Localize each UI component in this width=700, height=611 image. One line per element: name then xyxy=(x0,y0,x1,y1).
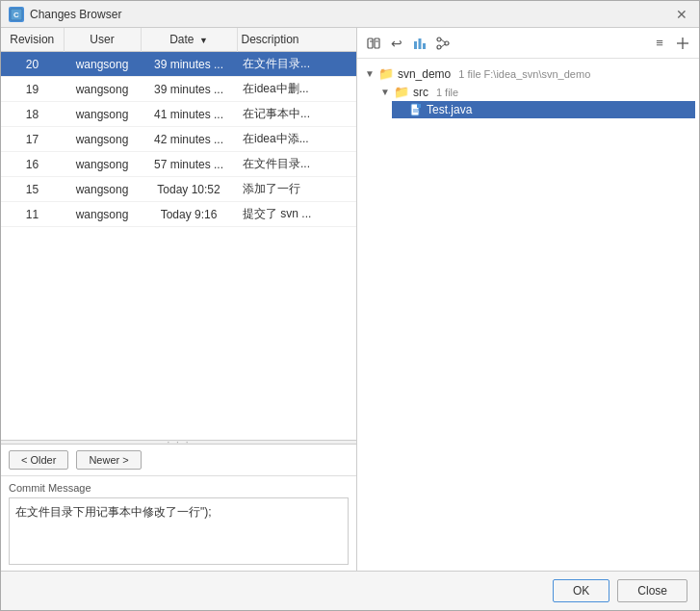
cell-user: wangsong xyxy=(64,77,141,102)
tree-root-node[interactable]: ▼ 📁 svn_demo 1 file F:\idea_svn\svn_demo xyxy=(361,64,695,83)
chart-icon xyxy=(413,37,427,50)
file-tree-area[interactable]: ▼ 📁 svn_demo 1 file F:\idea_svn\svn_demo… xyxy=(357,59,699,571)
chevron-down-icon: ▼ xyxy=(365,68,375,79)
sort-icon: ≡ xyxy=(656,36,663,50)
tree-root-label: svn_demo xyxy=(398,67,451,81)
cell-revision: 15 xyxy=(1,177,64,202)
sort-arrow: ▼ xyxy=(199,36,208,45)
table-row[interactable]: 16wangsong57 minutes ...在文件目录... xyxy=(1,152,356,177)
table-row[interactable]: 18wangsong41 minutes ...在记事本中... xyxy=(1,102,356,127)
cell-description: 提交了 svn ... xyxy=(237,202,356,227)
col-header-description[interactable]: Description xyxy=(237,28,356,52)
cell-date: 39 minutes ... xyxy=(141,77,237,102)
expand-icon xyxy=(676,37,689,50)
merge-icon xyxy=(436,37,450,50)
svg-rect-3 xyxy=(375,38,379,48)
cell-description: 在记事本中... xyxy=(237,102,356,127)
svg-line-13 xyxy=(441,44,445,47)
window-close-button[interactable]: ✕ xyxy=(672,5,691,24)
older-button[interactable]: < Older xyxy=(9,450,68,470)
cell-user: wangsong xyxy=(64,127,141,152)
cell-revision: 11 xyxy=(1,202,64,227)
revisions-table-wrapper[interactable]: Revision User Date ▼ Description 20wangs… xyxy=(1,28,356,440)
bottom-bar: OK Close xyxy=(1,571,699,610)
commit-message-label: Commit Message xyxy=(9,482,349,494)
tree-src-meta: 1 file xyxy=(436,87,458,98)
table-row[interactable]: 17wangsong42 minutes ...在idea中添... xyxy=(1,127,356,152)
col-header-date[interactable]: Date ▼ xyxy=(141,28,237,52)
cell-user: wangsong xyxy=(64,102,141,127)
svg-point-11 xyxy=(445,41,449,45)
left-panel: Revision User Date ▼ Description 20wangs… xyxy=(1,28,357,571)
left-bottom: · · · < Older Newer > Commit Message xyxy=(1,440,356,571)
commit-message-text[interactable] xyxy=(9,497,349,565)
svg-rect-2 xyxy=(368,38,373,48)
newer-button[interactable]: Newer > xyxy=(76,450,141,470)
svg-rect-17 xyxy=(417,104,421,108)
cell-date: Today 9:16 xyxy=(141,202,237,227)
cell-description: 在idea中删... xyxy=(237,77,356,102)
revert-icon: ↩ xyxy=(391,36,402,51)
svg-point-9 xyxy=(437,38,441,41)
title-bar-left: C Changes Browser xyxy=(9,7,121,22)
close-dialog-button[interactable]: Close xyxy=(617,579,687,602)
svg-rect-7 xyxy=(419,38,422,49)
cell-revision: 19 xyxy=(1,77,64,102)
tree-root-meta: 1 file F:\idea_svn\svn_demo xyxy=(458,68,590,80)
content-area: Revision User Date ▼ Description 20wangs… xyxy=(1,28,699,571)
toolbar-expand-button[interactable] xyxy=(672,33,693,54)
toolbar-diff-button[interactable] xyxy=(363,33,384,54)
cell-date: 42 minutes ... xyxy=(141,127,237,152)
changes-browser-window: C Changes Browser ✕ Revision User Date ▼… xyxy=(0,0,700,611)
svg-point-10 xyxy=(437,45,441,49)
table-row[interactable]: 19wangsong39 minutes ...在idea中删... xyxy=(1,77,356,102)
toolbar-revert-button[interactable]: ↩ xyxy=(386,33,407,54)
ok-button[interactable]: OK xyxy=(553,579,609,602)
commit-section: Commit Message xyxy=(1,476,356,571)
cell-description: 在文件目录... xyxy=(237,52,356,77)
toolbar-chart-button[interactable] xyxy=(409,33,430,54)
cell-user: wangsong xyxy=(64,152,141,177)
table-row[interactable]: 11wangsongToday 9:16提交了 svn ... xyxy=(1,202,356,227)
cell-user: wangsong xyxy=(64,52,141,77)
right-panel: ↩ xyxy=(357,28,699,571)
folder-icon: 📁 xyxy=(378,66,394,81)
col-header-revision[interactable]: Revision xyxy=(1,28,64,52)
toolbar-merge-button[interactable] xyxy=(432,33,454,54)
java-file-icon xyxy=(409,103,423,116)
cell-revision: 20 xyxy=(1,52,64,77)
src-folder-icon: 📁 xyxy=(394,85,409,99)
right-toolbar: ↩ xyxy=(357,28,699,59)
tree-src-node[interactable]: ▼ 📁 src 1 file xyxy=(376,83,695,101)
table-row[interactable]: 20wangsong39 minutes ...在文件目录... xyxy=(1,52,356,77)
cell-date: 41 minutes ... xyxy=(141,102,237,127)
window-icon: C xyxy=(9,7,24,22)
svg-line-12 xyxy=(441,39,445,42)
cell-revision: 17 xyxy=(1,127,64,152)
title-bar: C Changes Browser ✕ xyxy=(1,1,699,28)
cell-revision: 18 xyxy=(1,102,64,127)
tree-file-label: Test.java xyxy=(427,103,472,116)
diff-icon xyxy=(367,37,380,50)
table-row[interactable]: 15wangsongToday 10:52添加了一行 xyxy=(1,177,356,202)
cell-description: 添加了一行 xyxy=(237,177,356,202)
cell-revision: 16 xyxy=(1,152,64,177)
tree-src-label: src xyxy=(413,86,428,99)
svg-rect-6 xyxy=(414,41,417,49)
cell-date: Today 10:52 xyxy=(141,177,237,202)
svg-text:C: C xyxy=(13,11,19,19)
window-title: Changes Browser xyxy=(30,8,121,21)
cell-description: 在文件目录... xyxy=(237,152,356,177)
cell-user: wangsong xyxy=(64,177,141,202)
tree-file-node[interactable]: Test.java xyxy=(392,101,695,118)
toolbar-sort-button[interactable]: ≡ xyxy=(649,33,670,54)
cell-date: 39 minutes ... xyxy=(141,52,237,77)
col-header-user[interactable]: User xyxy=(64,28,141,52)
cell-user: wangsong xyxy=(64,202,141,227)
cell-date: 57 minutes ... xyxy=(141,152,237,177)
cell-description: 在idea中添... xyxy=(237,127,356,152)
svg-rect-8 xyxy=(423,43,426,49)
pagination-bar: < Older Newer > xyxy=(1,445,356,476)
revisions-table: Revision User Date ▼ Description 20wangs… xyxy=(1,28,356,227)
table-body: 20wangsong39 minutes ...在文件目录...19wangso… xyxy=(1,52,356,227)
